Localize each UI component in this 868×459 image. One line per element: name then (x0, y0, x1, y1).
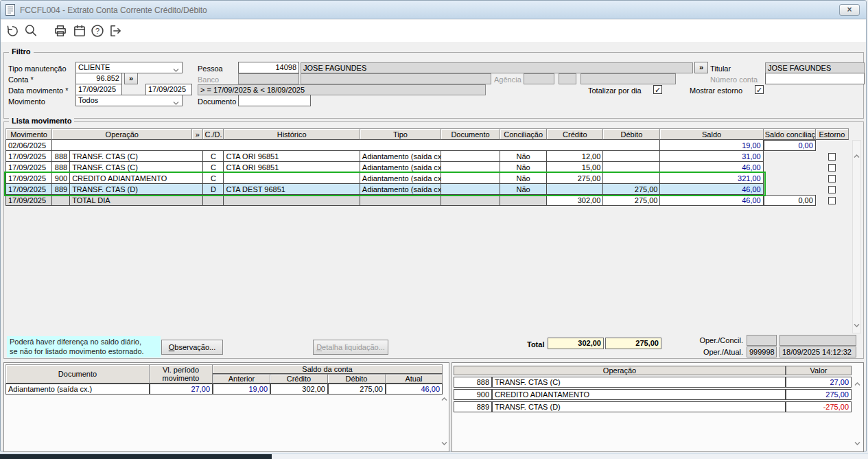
col-debito[interactable]: Débito (328, 374, 386, 384)
data-to-field[interactable]: 17/09/2025 (145, 84, 192, 95)
col-cd[interactable]: C./D. (203, 128, 224, 140)
table-row[interactable]: 889TRANSF. CTAS (D)-275,00 (454, 401, 852, 412)
agencia-label: Agência (494, 75, 521, 84)
table-row[interactable]: 17/09/2025900CREDITO ADIANTAMENTOCAdiant… (5, 173, 849, 184)
debito-cell: 275,00 (328, 384, 386, 395)
col-movimento[interactable]: Movimento (5, 128, 52, 140)
conta-field[interactable]: 96.852 (75, 73, 122, 84)
estorno-checkbox[interactable] (828, 197, 836, 204)
historico-cell (224, 195, 360, 206)
col-credito[interactable]: Crédito (547, 128, 603, 140)
table-row[interactable]: 17/09/2025888TRANSF. CTAS (C)CCTA ORI 96… (5, 162, 849, 173)
saldo-cell: 46,00 (660, 162, 763, 173)
oper-concil-datetime-field (779, 335, 856, 346)
operacao-valor-table: Operação Valor 888TRANSF. CTAS (C)27,009… (454, 364, 852, 414)
scroll-down-icon[interactable] (854, 438, 860, 447)
header-row: Operação Valor (454, 366, 852, 375)
search-icon (23, 23, 38, 38)
header-row: Movimento Operação » C./D. Histórico Tip… (5, 128, 849, 140)
search-button[interactable] (23, 23, 38, 38)
tipo-manutencao-select[interactable]: CLIENTE (75, 62, 183, 73)
scroll-up-icon[interactable] (441, 395, 447, 403)
undo-icon (5, 23, 20, 38)
col-operacao[interactable]: Operação (52, 128, 192, 140)
table-row[interactable]: Adiantamento (saída cx.) 27,00 19,00 302… (5, 384, 443, 395)
estorno-checkbox[interactable] (828, 175, 836, 183)
valor-cell: -275,00 (786, 401, 852, 412)
col-vl-periodo[interactable]: Vl. período movimento (150, 364, 213, 384)
col-expand[interactable]: » (192, 128, 203, 140)
saldo-cell: 46,00 (660, 195, 763, 206)
col-atual[interactable]: Atual (386, 374, 443, 384)
estorno-cell (816, 184, 849, 195)
col-saldo-conciliacao[interactable]: Saldo conciliação (764, 128, 816, 140)
table-row[interactable]: 17/09/2025TOTAL DIA302,00275,0046,000,00 (5, 195, 849, 206)
pessoa-code-field[interactable]: 14098 (238, 62, 299, 73)
operacao-name-cell: CREDITO ADIANTAMENTO (492, 389, 786, 400)
estorno-checkbox[interactable] (828, 153, 836, 161)
debito-cell (603, 151, 660, 162)
col-saldo[interactable]: Saldo (660, 128, 763, 140)
data-from-field[interactable]: 17/09/2025 (75, 84, 122, 95)
estorno-cell (816, 173, 849, 184)
numero-conta-field[interactable] (765, 73, 865, 84)
documento-cell (441, 173, 500, 184)
undo-button[interactable] (5, 23, 20, 38)
movement-list-legend: Lista movimento (9, 117, 74, 125)
chevron-down-icon (173, 98, 179, 106)
col-credito[interactable]: Crédito (270, 374, 328, 384)
exit-button[interactable] (108, 23, 123, 38)
col-saldo-da-conta[interactable]: Saldo da conta (213, 364, 443, 374)
oper-concil-code-field (747, 335, 777, 346)
movimento-select[interactable]: Todos (75, 95, 183, 106)
col-debito[interactable]: Débito (603, 128, 660, 140)
conta-label: Conta * (8, 75, 34, 84)
table-row[interactable]: 17/09/2025888TRANSF. CTAS (C)CCTA ORI 96… (5, 151, 849, 162)
close-button[interactable]: × (839, 4, 860, 16)
oper-atual-label: Oper./Atual. (677, 348, 743, 356)
mostrar-estorno-checkbox[interactable]: ✓ (755, 85, 764, 94)
col-anterior[interactable]: Anterior (213, 374, 270, 384)
observacao-button[interactable]: Observação... (161, 340, 223, 355)
table-row[interactable]: 02/06/202519,000,00 (5, 140, 849, 151)
operacao-code-cell: 889 (52, 184, 70, 195)
scroll-up-icon[interactable] (854, 379, 860, 388)
cd-cell: C (203, 151, 224, 162)
total-label: Total (527, 340, 544, 349)
table-row[interactable]: 17/09/2025889TRANSF. CTAS (D)DCTA DEST 9… (5, 184, 849, 195)
saldo-cell: 19,00 (660, 140, 763, 151)
movimento-label: Movimento (8, 97, 45, 106)
operacao-code-cell: 888 (52, 162, 70, 173)
print-button[interactable] (53, 23, 68, 38)
tipo-cell (360, 195, 441, 206)
col-estorno[interactable]: Estorno (816, 128, 849, 140)
scroll-up-icon[interactable] (854, 152, 860, 160)
col-documento[interactable]: Documento (441, 128, 500, 140)
saldo-cell: 321,00 (660, 173, 763, 184)
col-valor[interactable]: Valor (786, 366, 852, 375)
title-bar: FCCFL004 - Extrato Conta Corrente Crédit… (1, 1, 866, 19)
totalizar-checkbox[interactable]: ✓ (653, 85, 662, 94)
movement-scrollbar[interactable] (852, 140, 861, 333)
oper-atual-code-field: 999998 (747, 346, 777, 357)
documento-field[interactable] (238, 95, 311, 106)
help-button[interactable]: ? (90, 23, 105, 38)
col-historico[interactable]: Histórico (224, 128, 360, 140)
estorno-checkbox[interactable] (828, 186, 836, 193)
estorno-checkbox[interactable] (828, 164, 836, 172)
pessoa-lookup-button[interactable]: » (694, 62, 708, 73)
print-icon (53, 23, 68, 38)
background-light-strip (272, 454, 868, 459)
col-documento[interactable]: Documento (5, 364, 150, 384)
calendar-button[interactable] (72, 23, 87, 38)
scroll-down-icon[interactable] (854, 320, 860, 329)
col-conciliacao[interactable]: Conciliação (500, 128, 547, 140)
exit-icon (108, 23, 123, 38)
col-operacao[interactable]: Operação (454, 366, 786, 375)
table-row[interactable]: 900CREDITO ADIANTAMENTO275,00 (454, 389, 852, 400)
conta-lookup-button[interactable]: » (124, 73, 138, 84)
table-row[interactable]: 888TRANSF. CTAS (C)27,00 (454, 377, 852, 388)
col-tipo[interactable]: Tipo (360, 128, 441, 140)
scroll-down-icon[interactable] (441, 438, 447, 447)
estorno-cell (816, 140, 849, 151)
